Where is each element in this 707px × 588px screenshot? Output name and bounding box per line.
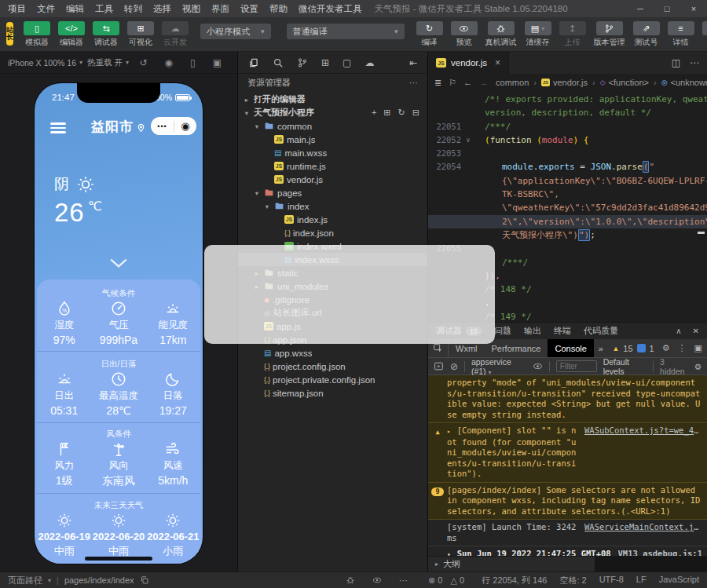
hot-reload-toggle[interactable]: 热重载 开 ▾ (87, 57, 129, 68)
close-panel-icon[interactable]: ✕ (693, 327, 699, 335)
forward-icon[interactable]: → (479, 78, 488, 87)
tree-item-sitemap.json[interactable]: {..}sitemap.json (238, 386, 427, 400)
console-sidebar-icon[interactable] (434, 361, 444, 371)
menu-item[interactable]: 项目 (8, 3, 26, 15)
popout-icon[interactable]: ▣ (694, 343, 702, 353)
tree-item-app.js[interactable]: JSapp.js (238, 320, 427, 333)
tree-item-static[interactable]: ▸static (238, 266, 427, 279)
menu-item[interactable]: 帮助 (269, 3, 288, 15)
compile-button[interactable]: ↻编译 (416, 21, 443, 48)
panel-tab-问题[interactable]: 问题 (494, 325, 511, 337)
split-editor-icon[interactable]: ◫ (672, 57, 680, 68)
tree-item--.url[interactable]: ◎站长图库.url (238, 306, 427, 320)
tree-item-app.wxss[interactable]: ▤app.wxss (238, 346, 427, 360)
test-account-button[interactable]: ⇗测试号 (633, 21, 660, 48)
editor-button[interactable]: </>编辑器 (58, 21, 85, 48)
console-source-link[interactable]: WAServiceMainContext.js:2 (584, 522, 702, 533)
statusbar-item[interactable]: 空格: 2 (559, 575, 586, 586)
expand-caret-icon[interactable]: ▸ (447, 428, 455, 435)
code-area[interactable]: /*! exports provided: applicationKey, qw… (428, 91, 707, 322)
files-icon[interactable] (248, 57, 259, 68)
tree-item-index.wxss[interactable]: ▤index.wxss (238, 253, 427, 266)
cloud-icon[interactable]: ☁ (364, 57, 374, 68)
collapse-all-icon[interactable]: ⊟ (412, 108, 419, 118)
tree-item-runtime.js[interactable]: JSruntime.js (238, 159, 427, 173)
context-select[interactable]: appservice (#1) ▾ (471, 357, 526, 376)
menu-item[interactable]: 界面 (211, 3, 229, 15)
more-tabs-icon[interactable]: » (594, 344, 608, 353)
rotate-icon[interactable]: ↺ (140, 57, 148, 68)
hidden-count[interactable]: 3 hidden (660, 357, 688, 376)
expand-chevron-icon[interactable] (108, 257, 129, 270)
outline-header[interactable]: ▸ 大纲 (428, 557, 595, 572)
tree-item--[interactable]: ▸打开的编辑器 (238, 93, 427, 106)
menu-item[interactable]: 文件 (37, 3, 55, 15)
kebab-menu-icon[interactable]: ⋮ (678, 343, 687, 353)
collapse-panel-icon[interactable]: ∧ (676, 327, 681, 335)
more-actions-icon[interactable]: ⋯ (690, 57, 699, 68)
menu-item[interactable]: 选择 (153, 3, 171, 15)
clear-console-icon[interactable]: ⊘ (450, 361, 458, 372)
tree-item-index.json[interactable]: {..}index.json (238, 226, 427, 239)
menu-item[interactable]: 视图 (182, 3, 200, 15)
bug-icon[interactable] (346, 575, 355, 585)
statusbar-item[interactable]: UTF-8 (599, 575, 624, 586)
tree-item-vendor.js[interactable]: JSvendor.js (238, 173, 427, 186)
devtools-tab-console[interactable]: Console (548, 339, 593, 357)
tree-item--[interactable]: ▾天气预报小程序+⊞↻⊟ (238, 106, 427, 119)
eye-icon[interactable] (533, 361, 543, 371)
compile-mode-select[interactable]: 普通编译 ▾ (287, 24, 405, 39)
tree-item-project.config.json[interactable]: {..}project.config.json (238, 360, 427, 373)
panel-tab-代码质量[interactable]: 代码质量 (584, 325, 618, 337)
page-path-value[interactable]: pages/index/index (64, 575, 134, 585)
tree-item-project.private.config.json[interactable]: {..}project.private.config.json (238, 373, 427, 386)
tree-item-app.json[interactable]: {..}app.json (238, 333, 427, 346)
details-button[interactable]: ≡详情 (668, 21, 694, 48)
source-control-icon[interactable] (297, 57, 308, 68)
messages-button[interactable]: 消息 (702, 21, 707, 48)
collapse-sidebar-icon[interactable]: ⇤ (409, 57, 417, 68)
close-capsule-icon[interactable]: ◉ (181, 121, 189, 131)
outline-icon[interactable]: ≣ (434, 78, 441, 88)
tree-item-index.wxml[interactable]: <>index.wxml (238, 239, 427, 253)
version-control-button[interactable]: 版本管理 (594, 21, 625, 48)
menu-item[interactable]: 转到 (124, 3, 142, 15)
console-source-link[interactable]: VM13 asdebug.js:1 (618, 549, 702, 556)
page-path-label[interactable]: 页面路径 (8, 575, 42, 586)
tree-item-uni_modules[interactable]: ▸uni_modules (238, 279, 427, 293)
breadcrumb-item[interactable]: common (496, 78, 529, 87)
more-actions-icon[interactable]: ⋯ (409, 78, 418, 88)
tree-item-index.js[interactable]: JSindex.js (238, 213, 427, 226)
console-messages[interactable]: property "mode" of "uni_modules/uview-ui… (428, 375, 707, 556)
log-levels-select[interactable]: Default levels (603, 357, 647, 376)
breadcrumb-item[interactable]: JSvendor.js (541, 78, 588, 87)
warning-count[interactable]: △ 0 (450, 575, 464, 586)
clear-cache-button[interactable]: ▤▾清缓存 (525, 21, 551, 48)
statusbar-item[interactable]: JavaScript (659, 575, 699, 586)
device-icon[interactable]: ▯ (190, 57, 196, 68)
more-icon[interactable]: ⋯ (399, 575, 408, 586)
breadcrumb-item[interactable]: ◎<unknown (661, 78, 707, 87)
close-icon[interactable]: × (495, 57, 500, 68)
package-icon[interactable]: ▢ (343, 57, 351, 68)
error-count[interactable]: ⊗ 0 (428, 575, 442, 586)
menu-item[interactable]: 编辑 (66, 3, 84, 15)
search-icon[interactable] (273, 57, 284, 68)
tree-item-.gitignore[interactable]: ◆.gitignore (238, 293, 427, 306)
debugger-button[interactable]: ⇆调试器 (93, 21, 119, 48)
multiwindow-icon[interactable]: ▣ (213, 57, 222, 68)
simulator-button[interactable]: ▯模拟器 (24, 21, 50, 48)
tab-vendor-js[interactable]: JS vendor.js × (428, 52, 509, 74)
menu-item[interactable]: 工具 (95, 3, 113, 15)
eye-icon[interactable] (372, 575, 382, 585)
user-avatar[interactable]: 站长 (6, 22, 13, 46)
statusbar-item[interactable]: 行 22054, 列 146 (482, 575, 547, 586)
breadcrumb-item[interactable]: ◇<function> (600, 78, 649, 87)
close-button[interactable]: × (680, 4, 707, 13)
console-source-link[interactable]: WASubContext.js?t=we_46437460&v=2.24.6:2 (584, 425, 702, 436)
panel-tab-调试器[interactable]: 调试器15 (436, 325, 482, 337)
tree-item-main.js[interactable]: JSmain.js (238, 133, 427, 146)
device-debug-button[interactable]: 真机调试 (485, 21, 517, 48)
visualize-button[interactable]: ⊞可视化 (127, 21, 154, 48)
statusbar-item[interactable]: LF (636, 575, 647, 586)
